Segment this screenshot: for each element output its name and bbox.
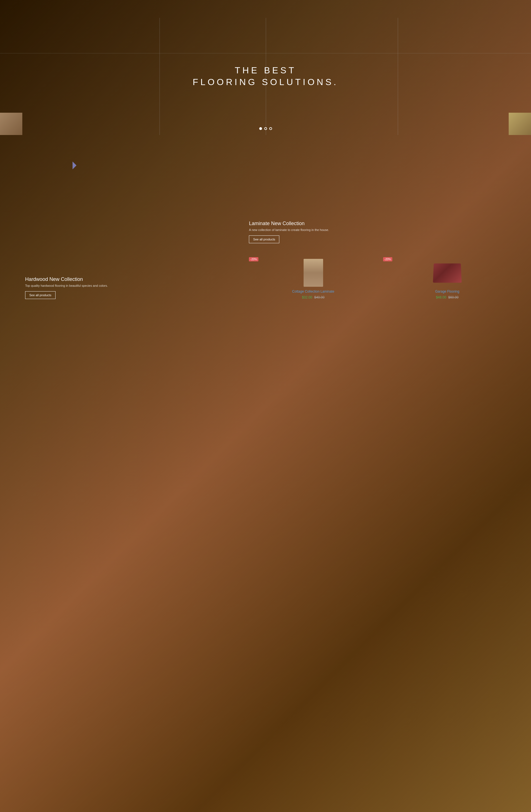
hero-text: THE BEST FLOORING SOLUTIONS. <box>193 65 339 88</box>
arrow-right <box>73 161 76 169</box>
laminate-see-all-button[interactable]: See all products <box>249 235 279 243</box>
hero-title-line1: THE BEST <box>193 65 339 76</box>
hardwood-section: Hardwood New Collection Top quality hard… <box>0 251 531 307</box>
hardwood-banner-title: Hardwood New Collection <box>25 276 232 282</box>
product-image <box>385 259 510 287</box>
hero-thumb-left[interactable] <box>0 113 22 135</box>
hero-dot-3[interactable] <box>269 127 272 130</box>
discount-badge: -20% <box>383 257 392 261</box>
hero-dot-1[interactable] <box>259 127 262 130</box>
product-card: -20% Garage Flooring $48.00 $60.00 <box>380 255 514 305</box>
product-name[interactable]: Garage Flooring <box>385 290 510 294</box>
laminate-banner-desc: A new collection of laminate to create f… <box>249 228 506 232</box>
product-price: $32.00 $40.00 <box>250 295 376 299</box>
product-card: -20% Cottage Collection Laminate $32.00 … <box>246 255 380 305</box>
product-name[interactable]: Cottage Collection Laminate <box>250 290 376 294</box>
cottage-image <box>304 259 323 287</box>
product-image <box>250 259 376 287</box>
hero-slider: THE BEST FLOORING SOLUTIONS. <box>0 18 531 135</box>
hardwood-banner: Hardwood New Collection Top quality hard… <box>17 251 241 307</box>
hero-title-line2: FLOORING SOLUTIONS. <box>193 76 339 88</box>
hero-dot-2[interactable] <box>264 127 267 130</box>
laminate-banner-title: Laminate New Collection <box>249 221 506 227</box>
hardwood-banner-desc: Top quality hardwood flooring in beautif… <box>25 284 232 287</box>
hardwood-products-grid: -20% Cottage Collection Laminate $32.00 … <box>241 251 514 307</box>
product-price: $48.00 $60.00 <box>385 295 510 299</box>
garage-image <box>433 263 461 282</box>
discount-badge: -20% <box>249 257 258 261</box>
hero-thumb-right[interactable] <box>509 113 531 135</box>
hero-dots <box>259 127 272 130</box>
main-content: New Arrivals New products are on offer S… <box>0 135 531 379</box>
hardwood-see-all-button[interactable]: See all products <box>25 291 56 299</box>
